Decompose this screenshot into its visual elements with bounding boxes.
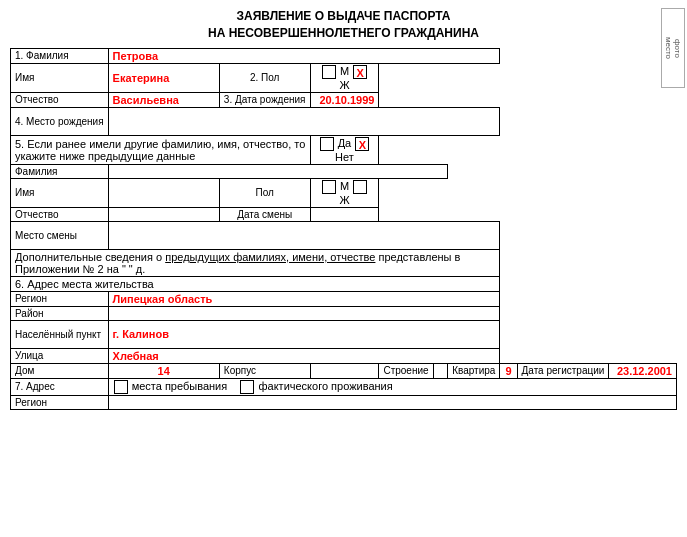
otchestvo-label: Отчество [11, 92, 109, 107]
mesto-rozhdenia-row: 4. Место рождения [11, 107, 677, 135]
imya-label: Имя [11, 63, 109, 92]
net-checkbox[interactable]: X [355, 137, 369, 151]
imya-value: Екатерина [108, 63, 219, 92]
prev-otchestvo-value [108, 207, 219, 221]
familiya-label: 1. Фамилия [11, 48, 109, 63]
prev-names-row: 5. Если ранее имели другие фамилию, имя,… [11, 135, 677, 164]
region2-row: Регион [11, 395, 677, 409]
prev-names-checkboxes: Да X Нет [310, 135, 379, 164]
dop-sved-cell: Дополнительные сведения о предыдущих фам… [11, 249, 500, 276]
prev-pol-zh-checkbox[interactable] [353, 180, 367, 194]
dop-sved-row: Дополнительные сведения о предыдущих фам… [11, 249, 677, 276]
dom-row: Дом 14 Корпус Строение Квартира 9 Дата р… [11, 363, 677, 378]
document-title: ЗАЯВЛЕНИЕ О ВЫДАЧЕ ПАСПОРТА НА НЕСОВЕРШЕ… [10, 8, 677, 42]
otchestvo-value: Васильевна [108, 92, 219, 107]
prev-names-label: 5. Если ранее имели другие фамилию, имя,… [11, 135, 311, 164]
mesto-rozhdenia-value [108, 107, 500, 135]
otchestvo-row: Отчество Васильевна 3. Дата рождения 20.… [11, 92, 677, 107]
ulitsa-row: Улица Хлебная [11, 348, 677, 363]
prev-familiya-label: Фамилия [11, 164, 109, 178]
familiya-value: Петрова [108, 48, 500, 63]
data-reg-label: Дата регистрации [517, 363, 609, 378]
prev-imya-label: Имя [11, 178, 109, 207]
prev-familiya-row: Фамилия [11, 164, 677, 178]
prev-imya-value [108, 178, 219, 207]
dom-label: Дом [11, 363, 109, 378]
rayon-row: Район [11, 306, 677, 320]
data-reg-value: 23.12.2001 [609, 363, 677, 378]
kvartira-label: Квартира [448, 363, 500, 378]
nasp-label: Населённый пункт [11, 320, 109, 348]
nasp-row: Населённый пункт г. Калинов [11, 320, 677, 348]
ulitsa-label: Улица [11, 348, 109, 363]
pol-label: 2. Пол [219, 63, 310, 92]
imya-row: Имя Екатерина 2. Пол М X Ж [11, 63, 677, 92]
prev-imya-row: Имя Пол М Ж [11, 178, 677, 207]
region-label: Регион [11, 291, 109, 306]
korpus-label: Корпус [219, 363, 310, 378]
pol-zh-checkbox[interactable]: X [353, 65, 367, 79]
dob-label: 3. Дата рождения [219, 92, 310, 107]
page: фотоместо ЗАЯВЛЕНИЕ О ВЫДАЧЕ ПАСПОРТА НА… [0, 0, 687, 418]
adres-header-row: 6. Адрес места жительства [11, 276, 677, 291]
rayon-value [108, 306, 500, 320]
region2-label: Регион [11, 395, 109, 409]
familiya-row: 1. Фамилия Петрова [11, 48, 677, 63]
adres-header-label: 6. Адрес места жительства [11, 276, 500, 291]
mesta-prebyv-checkbox[interactable] [114, 380, 128, 394]
adres7-row: 7. Адрес места пребывания фактического п… [11, 378, 677, 395]
prev-pol-label: Пол [219, 178, 310, 207]
fact-prozhiv-checkbox[interactable] [240, 380, 254, 394]
mesto-smeny-value [108, 221, 500, 249]
region-row: Регион Липецкая область [11, 291, 677, 306]
rayon-label: Район [11, 306, 109, 320]
pol-checkboxes: М X Ж [310, 63, 379, 92]
data-smeny-label: Дата смены [219, 207, 310, 221]
prev-pol-checkboxes: М Ж [310, 178, 379, 207]
prev-otchestvo-row: Отчество Дата смены [11, 207, 677, 221]
mesto-rozhdenia-label: 4. Место рождения [11, 107, 109, 135]
data-smeny-value [310, 207, 379, 221]
region-value: Липецкая область [108, 291, 500, 306]
adres7-options: места пребывания фактического проживания [108, 378, 676, 395]
prev-pol-m-checkbox[interactable] [322, 180, 336, 194]
region2-value [108, 395, 676, 409]
mesto-smeny-row: Место смены [11, 221, 677, 249]
korpus-value [310, 363, 379, 378]
main-form-table: 1. Фамилия Петрова Имя Екатерина 2. Пол … [10, 48, 677, 410]
nasp-value: г. Калинов [108, 320, 500, 348]
dom-value: 14 [108, 363, 219, 378]
stroenie-label: Строение [379, 363, 433, 378]
kvartira-value: 9 [500, 363, 517, 378]
da-checkbox[interactable] [320, 137, 334, 151]
side-label: фотоместо [661, 8, 685, 88]
pol-m-checkbox[interactable] [322, 65, 336, 79]
adres7-label: 7. Адрес [11, 378, 109, 395]
ulitsa-value: Хлебная [108, 348, 500, 363]
stroenie-value [433, 363, 448, 378]
dob-value: 20.10.1999 [310, 92, 379, 107]
mesto-smeny-label: Место смены [11, 221, 109, 249]
prev-otchestvo-label: Отчество [11, 207, 109, 221]
prev-familiya-value [108, 164, 448, 178]
